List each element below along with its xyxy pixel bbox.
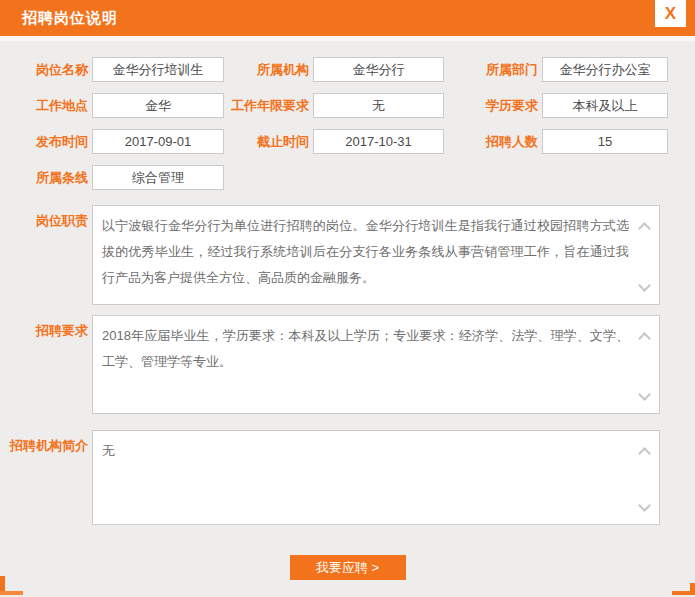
work-location-field[interactable] bbox=[92, 93, 224, 118]
requirements-section: 招聘要求 2018年应届毕业生，学历要求：本科及以上学历；专业要求：经济学、法学… bbox=[0, 315, 695, 430]
experience-label: 工作年限要求 bbox=[228, 97, 309, 115]
form-row-3: 发布时间 截止时间 招聘人数 bbox=[0, 129, 695, 154]
org-intro-label: 招聘机构简介 bbox=[0, 430, 88, 455]
position-name-field[interactable] bbox=[92, 57, 224, 82]
business-line-label: 所属条线 bbox=[0, 169, 88, 187]
position-name-label: 岗位名称 bbox=[0, 61, 88, 79]
requirements-textarea[interactable]: 2018年应届毕业生，学历要求：本科及以上学历；专业要求：经济学、法学、理学、文… bbox=[92, 315, 660, 414]
responsibilities-text: 以宁波银行金华分行为单位进行招聘的岗位。金华分行培训生是指我行通过校园招聘方式选… bbox=[93, 206, 659, 304]
organization-field[interactable] bbox=[313, 57, 444, 82]
footer-corner-right-decoration bbox=[672, 591, 695, 595]
responsibilities-label: 岗位职责 bbox=[0, 205, 88, 230]
dialog-title: 招聘岗位说明 bbox=[22, 9, 118, 28]
form-row-2: 工作地点 工作年限要求 学历要求 bbox=[0, 93, 695, 118]
apply-button-container: 我要应聘 > bbox=[0, 555, 695, 580]
experience-field[interactable] bbox=[313, 93, 444, 118]
education-label: 学历要求 bbox=[448, 97, 538, 115]
job-detail-form: 岗位名称 所属机构 所属部门 工作地点 工作年限要求 学历要求 发布时间 截止时… bbox=[0, 41, 695, 580]
dialog-header: 招聘岗位说明 X bbox=[0, 0, 695, 36]
form-row-1: 岗位名称 所属机构 所属部门 bbox=[0, 57, 695, 82]
org-intro-textarea[interactable]: 无 bbox=[92, 430, 660, 525]
deadline-field[interactable] bbox=[313, 129, 444, 154]
org-intro-text: 无 bbox=[93, 431, 659, 524]
publish-date-field[interactable] bbox=[92, 129, 224, 154]
form-row-4: 所属条线 bbox=[0, 165, 695, 190]
work-location-label: 工作地点 bbox=[0, 97, 88, 115]
responsibilities-textarea[interactable]: 以宁波银行金华分行为单位进行招聘的岗位。金华分行培训生是指我行通过校园招聘方式选… bbox=[92, 205, 660, 305]
org-intro-section: 招聘机构简介 无 bbox=[0, 430, 695, 525]
education-field[interactable] bbox=[542, 93, 668, 118]
close-button[interactable]: X bbox=[655, 0, 686, 27]
department-label: 所属部门 bbox=[448, 61, 538, 79]
apply-button[interactable]: 我要应聘 > bbox=[290, 555, 406, 580]
publish-date-label: 发布时间 bbox=[0, 133, 88, 151]
business-line-field[interactable] bbox=[92, 165, 224, 190]
headcount-field[interactable] bbox=[542, 129, 668, 154]
requirements-text: 2018年应届毕业生，学历要求：本科及以上学历；专业要求：经济学、法学、理学、文… bbox=[93, 316, 659, 413]
organization-label: 所属机构 bbox=[228, 61, 309, 79]
department-field[interactable] bbox=[542, 57, 668, 82]
footer-corner-left-decoration bbox=[0, 591, 23, 595]
headcount-label: 招聘人数 bbox=[448, 133, 538, 151]
deadline-label: 截止时间 bbox=[228, 133, 309, 151]
requirements-label: 招聘要求 bbox=[0, 315, 88, 340]
responsibilities-section: 岗位职责 以宁波银行金华分行为单位进行招聘的岗位。金华分行培训生是指我行通过校园… bbox=[0, 205, 695, 315]
